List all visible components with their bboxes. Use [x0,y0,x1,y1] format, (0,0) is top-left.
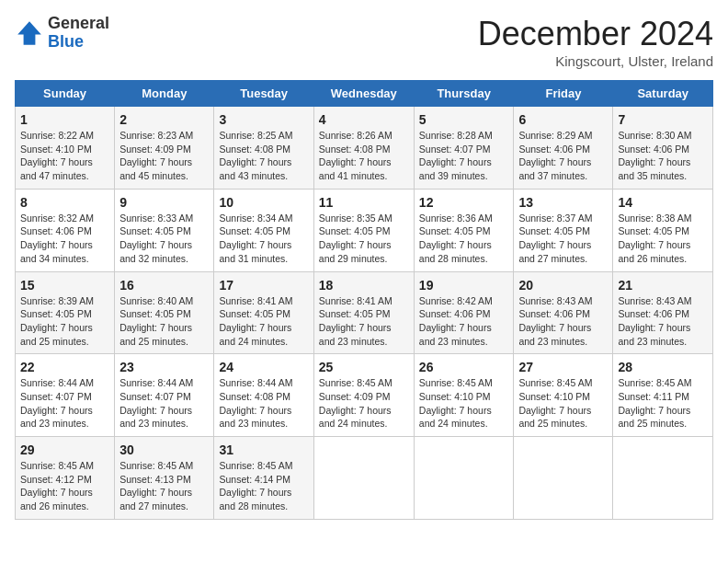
day-number: 16 [119,278,209,293]
sunset-text: Sunset: 4:07 PM [419,144,491,155]
sunset-text: Sunset: 4:13 PM [119,474,191,485]
day-header-thursday: Thursday [414,81,514,107]
sunrise-text: Sunrise: 8:45 AM [119,460,193,471]
calendar-cell: 6 Sunrise: 8:29 AM Sunset: 4:06 PM Dayli… [514,107,613,190]
sunset-text: Sunset: 4:06 PM [419,308,491,319]
day-info: Sunrise: 8:42 AM Sunset: 4:06 PM Dayligh… [419,294,509,349]
logo-icon [15,18,44,48]
logo-text: General Blue [48,15,109,52]
calendar-header: SundayMondayTuesdayWednesdayThursdayFrid… [16,81,713,107]
day-info: Sunrise: 8:33 AM Sunset: 4:05 PM Dayligh… [119,212,209,266]
day-number: 31 [219,442,308,457]
calendar-cell: 7 Sunrise: 8:30 AM Sunset: 4:06 PM Dayli… [613,107,713,190]
day-number: 11 [319,195,409,210]
sunrise-text: Sunrise: 8:45 AM [20,460,94,471]
day-header-sunday: Sunday [16,81,115,107]
sunrise-text: Sunrise: 8:42 AM [419,295,493,306]
sunrise-text: Sunrise: 8:23 AM [119,130,193,141]
sunset-text: Sunset: 4:08 PM [219,391,290,402]
daylight-text: Daylight: 7 hours and 45 minutes. [119,156,192,181]
daylight-text: Daylight: 7 hours and 47 minutes. [20,156,93,181]
day-number: 17 [219,278,308,293]
calendar-cell: 26 Sunrise: 8:45 AM Sunset: 4:10 PM Dayl… [414,354,514,437]
daylight-text: Daylight: 7 hours and 25 minutes. [20,322,93,347]
sunrise-text: Sunrise: 8:38 AM [618,213,691,224]
logo: General Blue [15,15,109,52]
sunrise-text: Sunrise: 8:45 AM [618,377,691,388]
sunrise-text: Sunrise: 8:28 AM [419,130,493,141]
calendar-cell: 15 Sunrise: 8:39 AM Sunset: 4:05 PM Dayl… [16,271,115,354]
day-header-monday: Monday [115,81,214,107]
day-info: Sunrise: 8:26 AM Sunset: 4:08 PM Dayligh… [319,129,409,183]
svg-marker-0 [17,21,41,45]
sunset-text: Sunset: 4:05 PM [219,308,290,319]
sunrise-text: Sunrise: 8:25 AM [219,130,292,141]
day-info: Sunrise: 8:35 AM Sunset: 4:05 PM Dayligh… [319,212,409,266]
sunset-text: Sunset: 4:10 PM [419,391,491,402]
location-subtitle: Kingscourt, Ulster, Ireland [478,53,713,69]
calendar-cell: 5 Sunrise: 8:28 AM Sunset: 4:07 PM Dayli… [414,107,514,190]
day-number: 19 [419,278,509,293]
day-number: 4 [319,112,409,127]
daylight-text: Daylight: 7 hours and 31 minutes. [219,239,291,264]
day-info: Sunrise: 8:32 AM Sunset: 4:06 PM Dayligh… [20,212,109,266]
month-title: December 2024 [478,15,713,53]
day-info: Sunrise: 8:45 AM Sunset: 4:10 PM Dayligh… [419,376,509,431]
day-number: 5 [419,112,509,127]
calendar-cell: 2 Sunrise: 8:23 AM Sunset: 4:09 PM Dayli… [115,107,214,190]
day-info: Sunrise: 8:44 AM Sunset: 4:08 PM Dayligh… [219,376,308,431]
daylight-text: Daylight: 7 hours and 43 minutes. [219,156,291,181]
sunset-text: Sunset: 4:05 PM [319,308,391,319]
calendar-cell: 24 Sunrise: 8:44 AM Sunset: 4:08 PM Dayl… [214,354,313,437]
day-info: Sunrise: 8:41 AM Sunset: 4:05 PM Dayligh… [219,294,308,349]
calendar-cell: 18 Sunrise: 8:41 AM Sunset: 4:05 PM Dayl… [313,271,414,354]
day-number: 3 [219,112,308,127]
daylight-text: Daylight: 7 hours and 24 minutes. [219,322,291,347]
daylight-text: Daylight: 7 hours and 29 minutes. [319,239,392,264]
sunset-text: Sunset: 4:05 PM [319,225,391,236]
daylight-text: Daylight: 7 hours and 25 minutes. [119,322,192,347]
day-number: 12 [419,195,509,210]
sunset-text: Sunset: 4:09 PM [119,144,191,155]
daylight-text: Daylight: 7 hours and 23 minutes. [119,405,192,430]
sunset-text: Sunset: 4:05 PM [419,225,491,236]
calendar-week-5: 29 Sunrise: 8:45 AM Sunset: 4:12 PM Dayl… [16,437,713,520]
daylight-text: Daylight: 7 hours and 23 minutes. [319,322,392,347]
daylight-text: Daylight: 7 hours and 37 minutes. [518,156,591,181]
daylight-text: Daylight: 7 hours and 39 minutes. [419,156,492,181]
sunset-text: Sunset: 4:07 PM [119,391,191,402]
sunset-text: Sunset: 4:05 PM [219,225,290,236]
sunrise-text: Sunrise: 8:35 AM [319,213,392,224]
sunrise-text: Sunrise: 8:44 AM [119,377,193,388]
sunset-text: Sunset: 4:06 PM [618,308,689,319]
daylight-text: Daylight: 7 hours and 25 minutes. [518,405,591,430]
day-number: 15 [20,278,109,293]
daylight-text: Daylight: 7 hours and 23 minutes. [618,322,690,347]
sunset-text: Sunset: 4:06 PM [518,308,590,319]
day-number: 1 [20,112,109,127]
daylight-text: Daylight: 7 hours and 24 minutes. [419,405,492,430]
daylight-text: Daylight: 7 hours and 27 minutes. [518,239,591,264]
sunrise-text: Sunrise: 8:34 AM [219,213,292,224]
calendar-cell: 25 Sunrise: 8:45 AM Sunset: 4:09 PM Dayl… [313,354,414,437]
day-info: Sunrise: 8:45 AM Sunset: 4:10 PM Dayligh… [518,376,608,431]
sunrise-text: Sunrise: 8:29 AM [518,130,592,141]
sunset-text: Sunset: 4:09 PM [319,391,391,402]
day-info: Sunrise: 8:36 AM Sunset: 4:05 PM Dayligh… [419,212,509,266]
sunset-text: Sunset: 4:07 PM [20,391,92,402]
calendar-cell: 19 Sunrise: 8:42 AM Sunset: 4:06 PM Dayl… [414,271,514,354]
day-info: Sunrise: 8:22 AM Sunset: 4:10 PM Dayligh… [20,129,109,183]
calendar-cell: 9 Sunrise: 8:33 AM Sunset: 4:05 PM Dayli… [115,189,214,271]
calendar-cell: 10 Sunrise: 8:34 AM Sunset: 4:05 PM Dayl… [214,189,313,271]
sunrise-text: Sunrise: 8:33 AM [119,213,193,224]
calendar-cell: 12 Sunrise: 8:36 AM Sunset: 4:05 PM Dayl… [414,189,514,271]
sunrise-text: Sunrise: 8:22 AM [20,130,94,141]
calendar-cell: 30 Sunrise: 8:45 AM Sunset: 4:13 PM Dayl… [115,437,214,520]
daylight-text: Daylight: 7 hours and 23 minutes. [419,322,492,347]
day-info: Sunrise: 8:45 AM Sunset: 4:11 PM Dayligh… [618,376,708,431]
day-info: Sunrise: 8:45 AM Sunset: 4:14 PM Dayligh… [219,459,308,513]
day-number: 7 [618,112,708,127]
daylight-text: Daylight: 7 hours and 23 minutes. [518,322,591,347]
day-number: 25 [319,360,409,374]
sunset-text: Sunset: 4:10 PM [20,144,92,155]
